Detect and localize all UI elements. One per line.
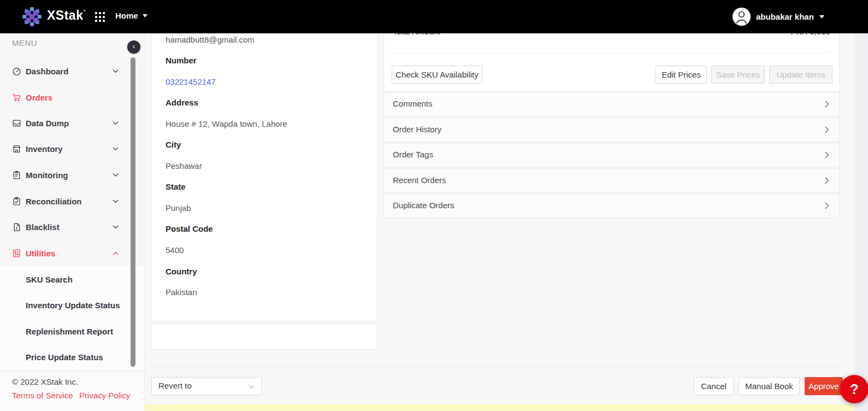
cancel-button[interactable]: Cancel <box>694 377 734 395</box>
inbox-icon <box>12 119 21 128</box>
chevron-down-icon <box>113 199 119 203</box>
customer-email: hamadbutt8@gmail.com <box>166 35 255 46</box>
chevron-down-icon <box>113 173 119 177</box>
sidebar-collapse-button[interactable]: ‹ <box>127 40 140 54</box>
accordion-label: Duplicate Orders <box>393 201 454 210</box>
cart-icon <box>12 93 21 102</box>
caret-down-icon <box>819 15 824 19</box>
clipboard-check-icon <box>12 197 21 206</box>
copyright-text: © 2022 XStak Inc. <box>12 377 78 386</box>
sliders-icon <box>12 249 21 258</box>
apps-grid-icon[interactable] <box>95 12 105 22</box>
accordion-duplicate-orders[interactable]: Duplicate Orders <box>383 193 840 218</box>
accordion-comments[interactable]: Comments <box>383 92 840 116</box>
trademark-symbol: ° <box>83 9 86 15</box>
revert-to-select[interactable]: Revert to <box>151 377 262 395</box>
sidebar-item-inventory[interactable]: Inventory <box>0 140 130 157</box>
field-label-state: State <box>166 182 186 193</box>
menu-section-label: MENU <box>12 38 37 48</box>
page-root: hamadbutt8@gmail.com Number 03221452147 … <box>0 0 868 411</box>
chevron-right-icon <box>825 177 829 184</box>
accordion-order-history[interactable]: Order History <box>383 118 840 142</box>
accordion-recent-orders[interactable]: Recent Orders <box>383 168 840 193</box>
customer-address: House # 12, Wapda town, Lahore <box>166 119 287 130</box>
customer-city: Peshawar <box>166 161 202 172</box>
dashboard-icon <box>12 67 21 76</box>
sidebar-subitem-replenishment-report[interactable]: Replenishment Report <box>0 322 130 340</box>
sidebar: MENU ‹ Dashboard Orders Data Dump Invent… <box>0 33 145 411</box>
home-nav-label: Home <box>115 11 138 20</box>
manual-book-button[interactable]: Manual Book <box>739 377 800 395</box>
sidebar-scrollbar-thumb[interactable] <box>131 57 135 367</box>
user-menu[interactable]: abubakar khan <box>733 8 824 26</box>
sidebar-item-reconciliation[interactable]: Reconciliation <box>0 192 130 210</box>
chevron-right-icon <box>825 126 829 133</box>
chevron-down-icon <box>113 121 119 125</box>
field-label-number: Number <box>166 56 197 67</box>
sidebar-item-utilities[interactable]: Utilities <box>0 244 130 262</box>
customer-details-card: hamadbutt8@gmail.com Number 03221452147 … <box>151 16 377 321</box>
accordion-label: Comments <box>393 99 433 108</box>
accordion-label: Order History <box>393 125 441 134</box>
chevron-down-icon <box>113 225 119 229</box>
order-card-divider <box>392 52 831 53</box>
sidebar-footer: © 2022 XStak Inc. Terms of Service Priva… <box>0 371 144 411</box>
sidebar-item-monitoring[interactable]: Monitoring <box>0 166 130 184</box>
accordion-label: Recent Orders <box>393 175 446 185</box>
customer-card-footer <box>151 324 377 350</box>
sidebar-item-blacklist[interactable]: Blacklist <box>0 218 130 236</box>
field-label-country: Country <box>166 267 197 278</box>
customer-phone-link[interactable]: 03221452147 <box>166 77 216 88</box>
approve-button[interactable]: Approve <box>805 377 843 395</box>
sidebar-item-orders[interactable]: Orders <box>0 89 130 106</box>
field-label-city: City <box>166 140 181 151</box>
field-label-postal: Postal Code <box>166 224 213 235</box>
field-label-address: Address <box>166 98 198 109</box>
store-icon <box>12 144 21 154</box>
customer-postal-code: 5400 <box>166 245 184 256</box>
accordion-label: Order Tags <box>393 150 433 159</box>
file-alert-icon <box>12 222 21 232</box>
sidebar-item-dashboard[interactable]: Dashboard <box>0 62 130 80</box>
privacy-policy-link[interactable]: Privacy Policy <box>79 391 130 400</box>
chevron-down-icon <box>113 69 119 73</box>
check-sku-availability-button[interactable]: Check SKU Availability <box>392 66 482 84</box>
chevron-right-icon <box>825 151 829 158</box>
footer-divider <box>151 367 840 367</box>
help-button[interactable]: ? <box>840 375 868 403</box>
sidebar-subitem-inventory-update-status[interactable]: Inventory Update Status <box>0 296 130 314</box>
top-header-bar: XStak° Home abubakar khan <box>0 0 868 33</box>
update-items-button[interactable]: Update Items <box>769 66 832 84</box>
sidebar-subitem-price-update-status[interactable]: Price Update Status <box>0 348 130 366</box>
customer-country: Pakistan <box>166 287 197 298</box>
revert-to-value: Revert to <box>158 381 192 390</box>
chevron-right-icon <box>825 101 829 108</box>
sidebar-subitem-sku-search[interactable]: SKU Search <box>0 271 130 288</box>
caret-down-icon <box>143 14 147 17</box>
chevron-down-icon <box>248 385 255 389</box>
bottom-notice-bar <box>145 404 855 411</box>
accordion-order-tags[interactable]: Order Tags <box>383 143 840 167</box>
chevron-down-icon <box>113 147 119 151</box>
sidebar-item-data-dump[interactable]: Data Dump <box>0 114 130 132</box>
customer-state: Punjab <box>166 203 191 214</box>
chevron-right-icon <box>825 202 829 209</box>
page-scrollbar-track[interactable] <box>855 33 868 411</box>
edit-prices-button[interactable]: Edit Prices <box>656 66 707 84</box>
clipboard-report-icon <box>12 171 21 180</box>
brand-name: XStak° <box>47 8 86 23</box>
terms-of-service-link[interactable]: Terms of Service <box>12 391 73 400</box>
chevron-up-icon <box>113 251 119 255</box>
xstak-logo-icon[interactable] <box>21 5 43 28</box>
home-nav-dropdown[interactable]: Home <box>115 11 147 20</box>
person-icon <box>733 8 751 26</box>
user-name-label: abubakar khan <box>756 12 814 21</box>
avatar <box>733 8 751 26</box>
save-prices-button[interactable]: Save Prices <box>711 66 765 84</box>
